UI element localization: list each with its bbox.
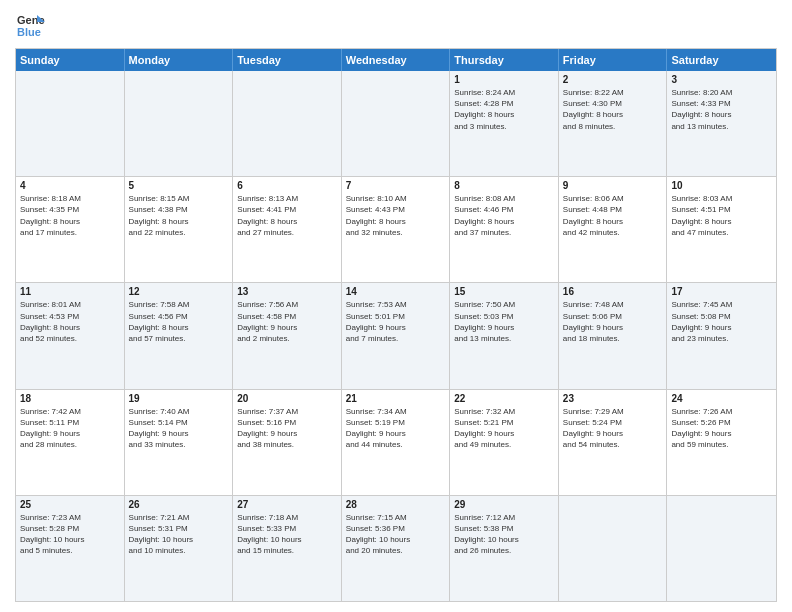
calendar-cell [125,71,234,176]
calendar-row: 11Sunrise: 8:01 AMSunset: 4:53 PMDayligh… [16,283,776,389]
calendar-cell: 13Sunrise: 7:56 AMSunset: 4:58 PMDayligh… [233,283,342,388]
calendar-cell: 29Sunrise: 7:12 AMSunset: 5:38 PMDayligh… [450,496,559,601]
page: General Blue SundayMondayTuesdayWednesda… [0,0,792,612]
calendar-cell: 23Sunrise: 7:29 AMSunset: 5:24 PMDayligh… [559,390,668,495]
calendar-cell: 25Sunrise: 7:23 AMSunset: 5:28 PMDayligh… [16,496,125,601]
day-info: Sunrise: 7:48 AMSunset: 5:06 PMDaylight:… [563,299,663,344]
calendar-cell: 16Sunrise: 7:48 AMSunset: 5:06 PMDayligh… [559,283,668,388]
day-info: Sunrise: 8:10 AMSunset: 4:43 PMDaylight:… [346,193,446,238]
day-number: 10 [671,180,772,191]
day-info: Sunrise: 8:15 AMSunset: 4:38 PMDaylight:… [129,193,229,238]
day-number: 6 [237,180,337,191]
calendar-cell: 22Sunrise: 7:32 AMSunset: 5:21 PMDayligh… [450,390,559,495]
weekday-header: Tuesday [233,49,342,71]
day-number: 13 [237,286,337,297]
day-number: 27 [237,499,337,510]
day-info: Sunrise: 8:08 AMSunset: 4:46 PMDaylight:… [454,193,554,238]
day-info: Sunrise: 8:22 AMSunset: 4:30 PMDaylight:… [563,87,663,132]
weekday-header: Wednesday [342,49,451,71]
day-info: Sunrise: 8:06 AMSunset: 4:48 PMDaylight:… [563,193,663,238]
day-number: 22 [454,393,554,404]
day-number: 11 [20,286,120,297]
calendar-cell: 27Sunrise: 7:18 AMSunset: 5:33 PMDayligh… [233,496,342,601]
calendar-cell: 10Sunrise: 8:03 AMSunset: 4:51 PMDayligh… [667,177,776,282]
day-info: Sunrise: 7:12 AMSunset: 5:38 PMDaylight:… [454,512,554,557]
day-number: 2 [563,74,663,85]
calendar-cell [667,496,776,601]
day-info: Sunrise: 7:26 AMSunset: 5:26 PMDaylight:… [671,406,772,451]
day-number: 20 [237,393,337,404]
day-number: 8 [454,180,554,191]
day-number: 12 [129,286,229,297]
calendar-cell: 11Sunrise: 8:01 AMSunset: 4:53 PMDayligh… [16,283,125,388]
weekday-header: Sunday [16,49,125,71]
day-info: Sunrise: 8:03 AMSunset: 4:51 PMDaylight:… [671,193,772,238]
day-info: Sunrise: 7:50 AMSunset: 5:03 PMDaylight:… [454,299,554,344]
calendar-cell: 18Sunrise: 7:42 AMSunset: 5:11 PMDayligh… [16,390,125,495]
weekday-header: Monday [125,49,234,71]
weekday-header: Saturday [667,49,776,71]
day-info: Sunrise: 7:42 AMSunset: 5:11 PMDaylight:… [20,406,120,451]
calendar-cell: 12Sunrise: 7:58 AMSunset: 4:56 PMDayligh… [125,283,234,388]
day-number: 9 [563,180,663,191]
calendar-cell: 8Sunrise: 8:08 AMSunset: 4:46 PMDaylight… [450,177,559,282]
calendar-cell: 3Sunrise: 8:20 AMSunset: 4:33 PMDaylight… [667,71,776,176]
day-number: 15 [454,286,554,297]
day-info: Sunrise: 7:15 AMSunset: 5:36 PMDaylight:… [346,512,446,557]
calendar-cell: 14Sunrise: 7:53 AMSunset: 5:01 PMDayligh… [342,283,451,388]
day-info: Sunrise: 7:53 AMSunset: 5:01 PMDaylight:… [346,299,446,344]
day-info: Sunrise: 8:18 AMSunset: 4:35 PMDaylight:… [20,193,120,238]
calendar-cell [342,71,451,176]
day-info: Sunrise: 7:34 AMSunset: 5:19 PMDaylight:… [346,406,446,451]
day-number: 19 [129,393,229,404]
calendar-cell: 7Sunrise: 8:10 AMSunset: 4:43 PMDaylight… [342,177,451,282]
calendar-cell: 21Sunrise: 7:34 AMSunset: 5:19 PMDayligh… [342,390,451,495]
day-number: 29 [454,499,554,510]
svg-text:Blue: Blue [17,26,41,38]
day-info: Sunrise: 7:18 AMSunset: 5:33 PMDaylight:… [237,512,337,557]
day-number: 21 [346,393,446,404]
day-number: 4 [20,180,120,191]
day-info: Sunrise: 7:37 AMSunset: 5:16 PMDaylight:… [237,406,337,451]
calendar-cell: 2Sunrise: 8:22 AMSunset: 4:30 PMDaylight… [559,71,668,176]
logo-icon: General Blue [15,10,45,40]
calendar: SundayMondayTuesdayWednesdayThursdayFrid… [15,48,777,602]
calendar-cell [233,71,342,176]
calendar-cell: 26Sunrise: 7:21 AMSunset: 5:31 PMDayligh… [125,496,234,601]
day-info: Sunrise: 8:01 AMSunset: 4:53 PMDaylight:… [20,299,120,344]
day-number: 3 [671,74,772,85]
day-number: 23 [563,393,663,404]
calendar-row: 1Sunrise: 8:24 AMSunset: 4:28 PMDaylight… [16,71,776,177]
calendar-cell [16,71,125,176]
calendar-cell: 9Sunrise: 8:06 AMSunset: 4:48 PMDaylight… [559,177,668,282]
calendar-cell: 4Sunrise: 8:18 AMSunset: 4:35 PMDaylight… [16,177,125,282]
calendar-header: SundayMondayTuesdayWednesdayThursdayFrid… [16,49,776,71]
day-info: Sunrise: 8:20 AMSunset: 4:33 PMDaylight:… [671,87,772,132]
calendar-cell [559,496,668,601]
day-info: Sunrise: 7:45 AMSunset: 5:08 PMDaylight:… [671,299,772,344]
calendar-cell: 6Sunrise: 8:13 AMSunset: 4:41 PMDaylight… [233,177,342,282]
day-number: 16 [563,286,663,297]
day-info: Sunrise: 7:21 AMSunset: 5:31 PMDaylight:… [129,512,229,557]
day-number: 1 [454,74,554,85]
day-info: Sunrise: 7:40 AMSunset: 5:14 PMDaylight:… [129,406,229,451]
day-info: Sunrise: 7:29 AMSunset: 5:24 PMDaylight:… [563,406,663,451]
weekday-header: Friday [559,49,668,71]
calendar-cell: 17Sunrise: 7:45 AMSunset: 5:08 PMDayligh… [667,283,776,388]
calendar-row: 4Sunrise: 8:18 AMSunset: 4:35 PMDaylight… [16,177,776,283]
logo: General Blue [15,10,45,40]
calendar-cell: 1Sunrise: 8:24 AMSunset: 4:28 PMDaylight… [450,71,559,176]
calendar-cell: 24Sunrise: 7:26 AMSunset: 5:26 PMDayligh… [667,390,776,495]
day-number: 25 [20,499,120,510]
calendar-cell: 28Sunrise: 7:15 AMSunset: 5:36 PMDayligh… [342,496,451,601]
calendar-cell: 5Sunrise: 8:15 AMSunset: 4:38 PMDaylight… [125,177,234,282]
day-number: 5 [129,180,229,191]
day-number: 28 [346,499,446,510]
day-info: Sunrise: 7:56 AMSunset: 4:58 PMDaylight:… [237,299,337,344]
calendar-cell: 20Sunrise: 7:37 AMSunset: 5:16 PMDayligh… [233,390,342,495]
day-info: Sunrise: 7:23 AMSunset: 5:28 PMDaylight:… [20,512,120,557]
header: General Blue [15,10,777,40]
day-info: Sunrise: 8:24 AMSunset: 4:28 PMDaylight:… [454,87,554,132]
calendar-body: 1Sunrise: 8:24 AMSunset: 4:28 PMDaylight… [16,71,776,601]
day-number: 18 [20,393,120,404]
